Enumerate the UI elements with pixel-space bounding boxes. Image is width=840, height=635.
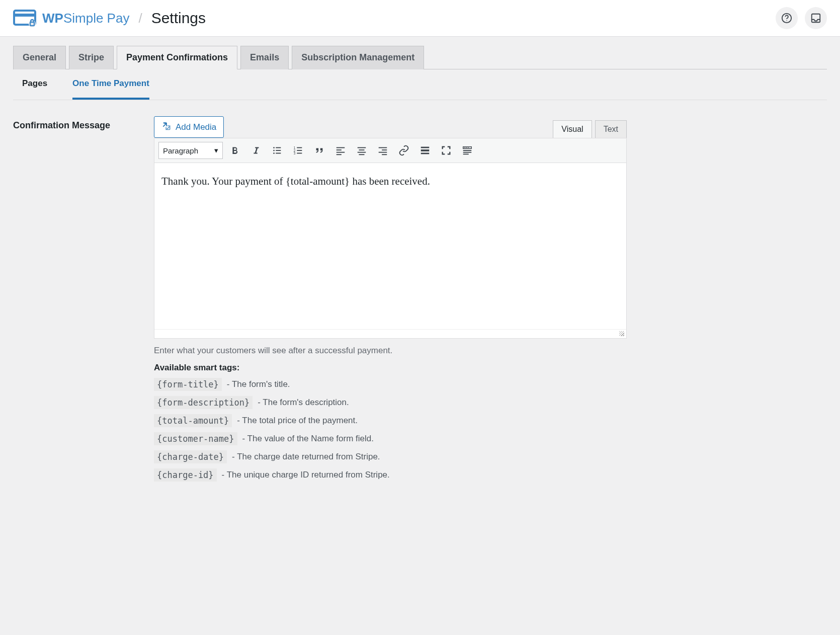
editor-container: Paragraph ▾ 123 Thank you. Yo bbox=[154, 138, 627, 339]
smart-tag-item: {customer-name} - The value of the Name … bbox=[154, 432, 627, 445]
svg-rect-23 bbox=[358, 147, 366, 148]
format-select[interactable]: Paragraph ▾ bbox=[158, 142, 223, 159]
svg-rect-12 bbox=[276, 153, 281, 154]
subtab-one-time-payment[interactable]: One Time Payment bbox=[72, 78, 149, 100]
svg-text:3: 3 bbox=[294, 151, 296, 155]
media-icon bbox=[161, 121, 172, 133]
svg-point-9 bbox=[273, 150, 275, 151]
toolbar-toggle-button[interactable] bbox=[458, 141, 476, 160]
smart-tag-item: {total-amount} - The total price of the … bbox=[154, 414, 627, 427]
editor-mode-tabs: Visual Text bbox=[553, 120, 627, 138]
svg-rect-25 bbox=[358, 152, 366, 153]
smart-tag: {form-description} bbox=[154, 396, 253, 409]
breadcrumb-separator: / bbox=[138, 11, 142, 26]
align-center-button[interactable] bbox=[353, 141, 371, 160]
add-media-button[interactable]: Add Media bbox=[154, 116, 224, 138]
svg-rect-1 bbox=[14, 14, 35, 17]
svg-rect-21 bbox=[337, 152, 345, 153]
smart-tag-desc: - The unique charge ID returned from Str… bbox=[222, 470, 390, 480]
smart-tag-item: {form-description} - The form's descript… bbox=[154, 396, 627, 409]
chevron-down-icon: ▾ bbox=[214, 146, 218, 155]
link-button[interactable] bbox=[395, 141, 413, 160]
smart-tag: {charge-id} bbox=[154, 468, 217, 482]
blockquote-button[interactable] bbox=[310, 141, 328, 160]
add-media-label: Add Media bbox=[176, 122, 216, 132]
svg-rect-22 bbox=[337, 154, 342, 155]
smart-tag-item: {charge-id} - The unique charge ID retur… bbox=[154, 468, 627, 482]
page-header: WPSimple Pay / Settings bbox=[0, 0, 840, 37]
smart-tag-item: {charge-date} - The charge date returned… bbox=[154, 450, 627, 463]
svg-rect-24 bbox=[359, 149, 365, 150]
confirmation-label: Confirmation Message bbox=[13, 116, 154, 487]
smart-tag-item: {form-title} - The form's title. bbox=[154, 378, 627, 391]
italic-button[interactable] bbox=[247, 141, 265, 160]
editor-tab-text[interactable]: Text bbox=[595, 120, 627, 138]
svg-rect-16 bbox=[297, 150, 302, 151]
tab-general[interactable]: General bbox=[13, 46, 66, 69]
header-actions bbox=[776, 7, 827, 29]
svg-rect-20 bbox=[337, 149, 342, 150]
confirmation-content: Add Media Visual Text Paragraph ▾ 123 bbox=[154, 116, 627, 487]
tab-subscription-management[interactable]: Subscription Management bbox=[292, 46, 424, 69]
svg-rect-37 bbox=[468, 147, 469, 148]
svg-rect-36 bbox=[466, 147, 467, 148]
bold-button[interactable] bbox=[226, 141, 244, 160]
smart-tags-list: {form-title} - The form's title. {form-d… bbox=[154, 378, 627, 482]
svg-rect-19 bbox=[337, 147, 345, 148]
align-right-button[interactable] bbox=[374, 141, 392, 160]
smart-tag-desc: - The form's description. bbox=[258, 398, 349, 408]
tab-payment-confirmations[interactable]: Payment Confirmations bbox=[117, 46, 237, 69]
editor-resize-handle[interactable] bbox=[154, 329, 626, 338]
tab-stripe[interactable]: Stripe bbox=[69, 46, 114, 69]
svg-rect-26 bbox=[359, 154, 365, 155]
svg-rect-31 bbox=[421, 147, 430, 148]
svg-rect-38 bbox=[463, 150, 472, 151]
editor-top-bar: Add Media Visual Text bbox=[154, 116, 627, 138]
svg-rect-18 bbox=[297, 153, 302, 154]
svg-rect-33 bbox=[421, 153, 430, 154]
inbox-button[interactable] bbox=[805, 7, 827, 29]
help-button[interactable] bbox=[776, 7, 798, 29]
confirmation-row: Confirmation Message Add Media Visual Te… bbox=[13, 100, 827, 487]
logo-icon bbox=[13, 9, 36, 28]
svg-rect-10 bbox=[276, 150, 281, 151]
svg-point-11 bbox=[273, 152, 275, 154]
tab-emails[interactable]: Emails bbox=[240, 46, 289, 69]
brand-text: WPSimple Pay bbox=[42, 11, 129, 26]
svg-rect-29 bbox=[379, 152, 387, 153]
svg-rect-39 bbox=[463, 152, 472, 153]
svg-rect-30 bbox=[382, 154, 387, 155]
secondary-tabs: Pages One Time Payment bbox=[13, 69, 827, 100]
svg-rect-27 bbox=[379, 147, 387, 148]
svg-point-5 bbox=[786, 20, 787, 21]
numbered-list-button[interactable]: 123 bbox=[289, 141, 307, 160]
svg-rect-14 bbox=[297, 147, 302, 148]
brand-logo: WPSimple Pay bbox=[13, 9, 129, 28]
svg-rect-28 bbox=[382, 149, 387, 150]
help-text: Enter what your customers will see after… bbox=[154, 346, 627, 356]
align-left-button[interactable] bbox=[331, 141, 350, 160]
svg-rect-35 bbox=[464, 147, 466, 148]
smart-tag: {customer-name} bbox=[154, 432, 237, 445]
smart-tag-desc: - The form's title. bbox=[227, 379, 290, 389]
bullet-list-button[interactable] bbox=[268, 141, 286, 160]
smart-tag-desc: - The charge date returned from Stripe. bbox=[232, 452, 380, 462]
insert-read-more-button[interactable] bbox=[416, 141, 434, 160]
smart-tag: {form-title} bbox=[154, 378, 222, 391]
subtab-pages[interactable]: Pages bbox=[22, 78, 47, 100]
fullscreen-button[interactable] bbox=[437, 141, 455, 160]
svg-rect-40 bbox=[463, 153, 469, 154]
content-area: General Stripe Payment Confirmations Ema… bbox=[0, 37, 840, 496]
editor-tab-visual[interactable]: Visual bbox=[553, 120, 592, 138]
page-title: Settings bbox=[151, 10, 206, 27]
format-select-label: Paragraph bbox=[163, 146, 198, 155]
smart-tag-desc: - The total price of the payment. bbox=[237, 416, 358, 426]
editor-toolbar: Paragraph ▾ 123 bbox=[154, 138, 626, 163]
smart-tags-label: Available smart tags: bbox=[154, 363, 627, 373]
editor-textarea[interactable]: Thank you. Your payment of {total-amount… bbox=[154, 163, 626, 329]
svg-rect-8 bbox=[276, 147, 281, 148]
svg-point-7 bbox=[273, 147, 275, 148]
smart-tag: {total-amount} bbox=[154, 414, 232, 427]
smart-tag-desc: - The value of the Name form field. bbox=[242, 434, 374, 444]
svg-rect-32 bbox=[421, 149, 430, 151]
